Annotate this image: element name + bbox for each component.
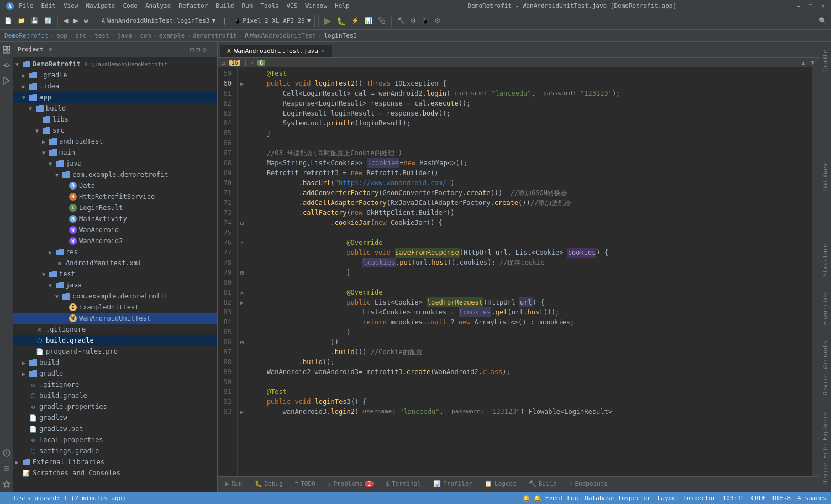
- coverage-button[interactable]: ⚡: [349, 16, 361, 25]
- open-button[interactable]: 📁: [15, 16, 28, 25]
- gutter-92[interactable]: ▶: [238, 407, 246, 417]
- maximize-button[interactable]: □: [807, 2, 814, 10]
- activity-commit-icon[interactable]: [1, 60, 12, 71]
- gutter-60[interactable]: ▶: [238, 78, 246, 88]
- menu-code[interactable]: Code: [123, 2, 138, 9]
- tree-item-idea[interactable]: ▶ .idea: [13, 81, 217, 92]
- database-inspector-button[interactable]: Database Inspector: [585, 495, 650, 502]
- search-everywhere-button[interactable]: 🔍: [817, 16, 829, 25]
- run-60-icon[interactable]: ▶: [240, 81, 244, 87]
- menu-run[interactable]: Run: [241, 2, 253, 9]
- recent-files-button[interactable]: ⊗: [81, 16, 91, 25]
- tab-todo[interactable]: ≡ TODO: [290, 477, 321, 492]
- tab-close-button[interactable]: ✕: [322, 48, 325, 54]
- build-button[interactable]: 🔨: [395, 16, 407, 25]
- right-panel-gradle[interactable]: Gradle: [821, 46, 830, 75]
- run-button[interactable]: ▶: [322, 14, 333, 27]
- tab-build[interactable]: 🔨 Build: [523, 477, 562, 492]
- menu-window[interactable]: Window: [305, 2, 327, 9]
- hide-icon[interactable]: —: [209, 46, 213, 54]
- tree-item-gitignore-app[interactable]: ◎ .gitignore: [13, 324, 217, 335]
- scope-icon[interactable]: ⊞: [190, 46, 194, 54]
- menu-build[interactable]: Build: [215, 2, 234, 9]
- tab-debug[interactable]: 🐛 Debug: [249, 477, 288, 492]
- tree-item-manifest[interactable]: ≡ AndroidManifest.xml: [13, 258, 217, 269]
- encoding[interactable]: UTF-8: [772, 495, 791, 502]
- run-92-icon[interactable]: ▶: [240, 409, 244, 415]
- breadcrumb-module[interactable]: app: [56, 32, 67, 39]
- menu-file[interactable]: File: [19, 2, 34, 9]
- collapse-all-icon[interactable]: ⊟: [196, 46, 200, 54]
- scroll-up-icon[interactable]: ▲: [802, 59, 806, 66]
- tree-item-java-test[interactable]: ▼ java: [13, 280, 217, 291]
- fold-79-icon[interactable]: ⊟: [239, 267, 245, 277]
- save-button[interactable]: 💾: [29, 16, 41, 25]
- tree-item-com-example[interactable]: ▼ com.example.demoretrofit: [13, 169, 217, 180]
- tree-item-libs[interactable]: libs: [13, 114, 217, 125]
- activity-run-icon[interactable]: [1, 75, 12, 86]
- tab-problems[interactable]: ⚠ Problems 2: [322, 477, 380, 492]
- new-file-button[interactable]: 📄: [2, 16, 14, 25]
- tree-item-res[interactable]: ▶ res: [13, 246, 217, 258]
- right-panel-structure[interactable]: Structure: [821, 240, 830, 280]
- right-panel-device-variants[interactable]: Device Variants: [821, 337, 830, 398]
- menu-edit[interactable]: Edit: [41, 2, 56, 9]
- tree-item-wanandroid2[interactable]: W WanAndroid2: [13, 235, 217, 246]
- breadcrumb-src[interactable]: src: [76, 32, 87, 39]
- breadcrumb-file[interactable]: A WanAndroidUnitTest: [245, 32, 316, 39]
- avd-manager-button[interactable]: 📱: [419, 16, 432, 25]
- activity-structure-icon[interactable]: [1, 463, 12, 474]
- editor-right-scrollbar[interactable]: [812, 67, 819, 476]
- tree-item-main-activity[interactable]: M MainActivity: [13, 213, 217, 224]
- fold-85-icon[interactable]: ⊟: [239, 337, 245, 347]
- profile-button[interactable]: 📊: [362, 16, 375, 25]
- tree-item-scratches[interactable]: 📝 Scratches and Consoles: [13, 468, 217, 479]
- activity-favorites-icon[interactable]: [1, 479, 12, 490]
- scroll-down-icon[interactable]: ▼: [811, 59, 814, 66]
- tree-item-androidtest[interactable]: ▶ androidTest: [13, 136, 217, 147]
- menu-tools[interactable]: Tools: [260, 2, 278, 9]
- tree-item-java-main[interactable]: ▼ java: [13, 158, 217, 169]
- tree-item-build-folder[interactable]: ▼ build: [13, 103, 217, 114]
- tree-item-local-properties[interactable]: ⚙ local.properties: [13, 434, 217, 445]
- run-config-dropdown[interactable]: A WanAndroidUnitTest.loginTes3 ▼: [98, 15, 219, 27]
- minimize-button[interactable]: —: [795, 2, 802, 10]
- breadcrumb-java[interactable]: java: [117, 32, 132, 39]
- tree-item-gitignore-root[interactable]: ◎ .gitignore: [13, 379, 217, 390]
- settings-button[interactable]: ⚙: [433, 16, 443, 25]
- tree-item-data[interactable]: D Data: [13, 180, 217, 191]
- tree-item-build-root[interactable]: ▶ build: [13, 357, 217, 368]
- right-panel-database[interactable]: Database: [821, 158, 830, 194]
- settings-icon[interactable]: ⚙: [203, 46, 207, 54]
- device-dropdown[interactable]: 📱 Pixel 2 XL API 29 ▼: [230, 15, 314, 27]
- fold-74-icon[interactable]: ⊟: [239, 218, 245, 228]
- tab-wanandroid-unit-test[interactable]: A WanAndroidUnitTest.java ✕: [220, 45, 332, 57]
- event-log-button[interactable]: 🔔 🔔 Event Log: [523, 495, 578, 502]
- breadcrumb-demoretrofit[interactable]: demoretrofit: [193, 32, 236, 39]
- tab-logcat[interactable]: 📋 Logcat: [479, 477, 522, 492]
- menu-view[interactable]: View: [64, 2, 78, 9]
- tree-item-gradle-properties[interactable]: ⚙ gradle.properties: [13, 401, 217, 412]
- indent[interactable]: 4 spaces: [797, 495, 827, 502]
- breadcrumb-example[interactable]: example: [159, 32, 185, 39]
- tree-item-demoretofit[interactable]: ▼ DemoRetrofit D:\JavaDemos\DemoRetrofit: [13, 59, 217, 70]
- tree-item-external-libs[interactable]: ▶ External Libraries: [13, 456, 217, 468]
- menu-refactor[interactable]: Refactor: [178, 2, 208, 9]
- tree-item-src[interactable]: ▼ src: [13, 125, 217, 136]
- breadcrumb-app[interactable]: DemoRetrofit: [4, 32, 48, 39]
- tree-item-gradlew[interactable]: 📄 gradlew: [13, 412, 217, 423]
- forward-button[interactable]: ▶: [71, 16, 80, 25]
- tree-item-build-gradle-root[interactable]: ⬡ build.gradle: [13, 390, 217, 401]
- attach-button[interactable]: 📎: [376, 16, 388, 25]
- tree-item-example-unit-test[interactable]: E ExampleUnitTest: [13, 302, 217, 313]
- tree-item-com-example-test[interactable]: ▼ com.example.demoretrofit: [13, 291, 217, 302]
- tree-item-main[interactable]: ▼ main: [13, 147, 217, 158]
- tree-item-build-gradle-app[interactable]: ⬡ build.gradle: [13, 335, 217, 346]
- menu-vcs[interactable]: VCS: [286, 2, 297, 9]
- menu-help[interactable]: Help: [335, 2, 350, 9]
- tab-run[interactable]: ▶ Run: [220, 477, 248, 492]
- tree-item-login-result[interactable]: L LoginResult: [13, 202, 217, 213]
- tree-item-wanandroid-unit-test[interactable]: W WanAndroidUnitTest: [13, 313, 217, 324]
- activity-problems-icon[interactable]: !: [1, 448, 12, 459]
- breadcrumb-method[interactable]: loginTes3: [324, 32, 357, 39]
